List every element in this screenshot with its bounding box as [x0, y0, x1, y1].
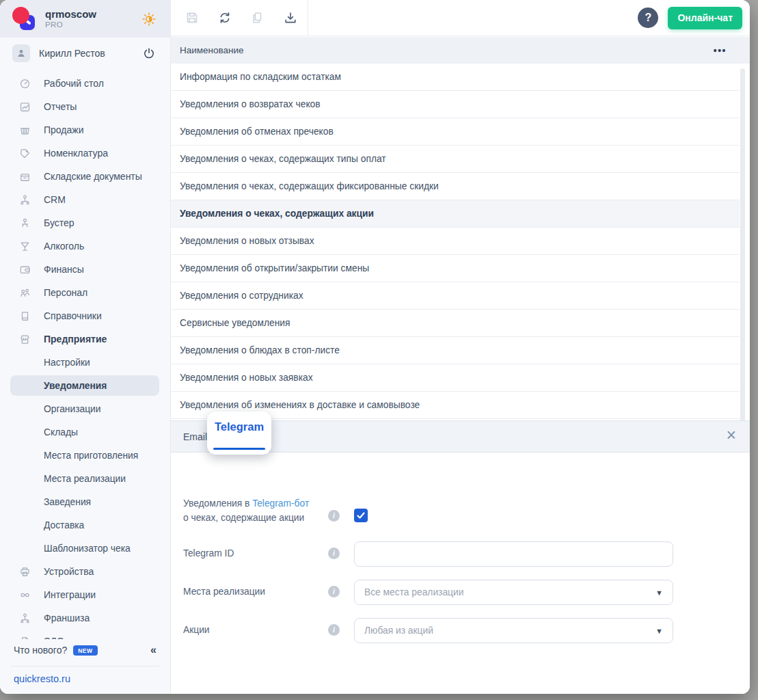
sidebar-item-label: Франшиза [44, 612, 90, 623]
telegram-bot-link[interactable]: Telegram-бот [252, 498, 309, 509]
collapse-sidebar-icon[interactable]: « [150, 644, 157, 656]
info-icon-promos[interactable]: i [328, 624, 340, 636]
sidebar-subitem-склады[interactable]: Склады [0, 420, 170, 444]
sidebar-subitem-label: Организации [44, 404, 100, 414]
notifications-table: Информация по складским остаткамУведомле… [171, 64, 740, 419]
table-row[interactable]: Уведомления о возвратах чеков [171, 91, 740, 118]
toggle-label-line2: о чеках, содержащие акции [183, 513, 304, 523]
row-label: Уведомления об отменах пречеков [180, 126, 334, 137]
sidebar-item-эдо-и-маркировка[interactable]: ЭДО и маркировка [0, 630, 170, 639]
table-row[interactable]: Уведомления о чеках, содержащих типы опл… [171, 146, 740, 173]
download-button[interactable] [279, 6, 302, 29]
logout-power-icon[interactable] [143, 47, 155, 59]
whats-new-row[interactable]: Что нового? NEW « [0, 639, 170, 661]
sidebar-item-устройства[interactable]: Устройства [0, 560, 170, 583]
table-row[interactable]: Сервисные уведомления [171, 310, 740, 337]
sidebar-item-алкоголь[interactable]: Алкоголь [0, 234, 170, 258]
telegram-enabled-checkbox[interactable] [354, 509, 368, 522]
tab-telegram-label: Telegram [207, 420, 271, 433]
places-select-value: Все места реализации [364, 587, 463, 597]
toggle-label-prefix: Уведомления в [183, 498, 252, 509]
promos-label: Акции [183, 625, 210, 635]
sidebar-item-справочники[interactable]: Справочники [0, 304, 170, 327]
sidebar-item-crm[interactable]: CRM [0, 188, 170, 211]
sidebar-item-label: Интеграции [44, 589, 96, 600]
info-icon-telegram-id[interactable]: i [328, 548, 340, 559]
plan-badge: PRO [45, 21, 96, 29]
sidebar-item-рабочий-стол[interactable]: Рабочий стол [0, 72, 170, 95]
sidebar-item-продажи[interactable]: Продажи [0, 118, 170, 142]
row-label: Уведомления о чеках, содержащих фиксиров… [180, 181, 439, 191]
reports-icon [19, 101, 31, 113]
sidebar-nav: Рабочий столОтчетыПродажиНоменклатураСкл… [0, 69, 170, 639]
sidebar-subitem-label: Склады [44, 427, 78, 438]
sidebar-subitem-места-реализации[interactable]: Места реализации [0, 467, 170, 490]
column-menu-dots-icon[interactable]: ••• [714, 45, 727, 56]
sidebar-subitem-места-приготовления[interactable]: Места приготовления [0, 444, 170, 467]
whats-new-label: Что нового? [14, 645, 67, 656]
user-avatar-icon [12, 44, 30, 62]
sidebar-item-интеграции[interactable]: Интеграции [0, 583, 170, 606]
tab-active-underline [213, 448, 265, 450]
table-row[interactable]: Информация по складским остаткам [171, 64, 740, 91]
help-button[interactable]: ? [638, 8, 658, 28]
infinity-icon [19, 589, 31, 601]
sidebar-item-предприятие[interactable]: Предприятие [0, 327, 170, 351]
sidebar-item-label: Устройства [44, 566, 94, 577]
sidebar-item-персонал[interactable]: Персонал [0, 281, 170, 304]
martini-icon [19, 241, 31, 252]
row-label: Уведомления о блюдах в стоп-листе [180, 345, 340, 355]
sidebar-subitem-шаблонизатор-чека[interactable]: Шаблонизатор чека [0, 537, 170, 560]
sidebar-item-номенклатура[interactable]: Номенклатура [0, 142, 170, 165]
copy-button [246, 6, 269, 29]
sidebar-item-финансы[interactable]: Финансы [0, 258, 170, 281]
quickresto-logo [12, 7, 37, 31]
sidebar-subitem-label: Уведомления [44, 381, 107, 391]
tag-icon [19, 148, 31, 159]
table-row[interactable]: Уведомления о новых заявках [171, 364, 740, 392]
copy-icon [251, 11, 265, 25]
refresh-button[interactable] [213, 6, 236, 29]
sidebar-item-франшиза[interactable]: Франшиза [0, 606, 170, 630]
table-row[interactable]: Уведомления о новых отзывах [171, 228, 740, 255]
online-chat-button[interactable]: Онлайн-чат [668, 7, 742, 29]
sidebar-subitem-доставка[interactable]: Доставка [0, 513, 170, 537]
table-row[interactable]: Уведомления об отменах пречеков [171, 118, 740, 146]
refresh-icon [218, 11, 232, 25]
table-row[interactable]: Уведомления о чеках, содержащих фиксиров… [171, 173, 740, 200]
user-row[interactable]: Кирилл Рестов [0, 38, 170, 69]
promos-select[interactable]: Любая из акций ▼ [354, 618, 673, 643]
sidebar-subitem-label: Заведения [44, 497, 91, 507]
row-label: Сервисные уведомления [180, 318, 290, 328]
row-label: Уведомления о возвратах чеков [180, 99, 321, 109]
table-row-selected[interactable]: Уведомления о чеках, содержащих акции [171, 200, 740, 228]
sidebar-item-бустер[interactable]: Бустер [0, 211, 170, 234]
sidebar-item-складские-документы[interactable]: Складские документы [0, 165, 170, 188]
info-icon-places[interactable]: i [328, 586, 340, 597]
sidebar-subitem-организации[interactable]: Организации [0, 397, 170, 420]
table-row[interactable]: Уведомления о сотрудниках [171, 282, 740, 310]
sidebar-footer: Что нового? NEW « quickresto.ru [0, 639, 170, 694]
telegram-id-input[interactable] [354, 541, 673, 567]
table-row[interactable]: Уведомления о блюдах в стоп-листе [171, 337, 740, 364]
tab-telegram[interactable]: Telegram [207, 412, 271, 455]
places-label: Места реализации [183, 587, 265, 597]
sidebar-subitem-заведения[interactable]: Заведения [0, 490, 170, 513]
toolbar-divider [308, 0, 308, 36]
orgchart-icon [19, 612, 31, 624]
theme-toggle-sun-icon[interactable] [141, 12, 157, 27]
sidebar-subitem-уведомления[interactable]: Уведомления [0, 374, 170, 397]
table-row[interactable]: Уведомления об открытии/закрытии смены [171, 255, 740, 282]
sidebar: qrmoscow PRO Кирилл Рестов [0, 0, 171, 694]
row-label: Уведомления об изменениях в доставке и с… [180, 400, 420, 410]
sidebar-item-отчеты[interactable]: Отчеты [0, 95, 170, 118]
tab-email[interactable]: Email [183, 431, 207, 442]
places-select[interactable]: Все места реализации ▼ [354, 580, 673, 605]
toolbar-buttons [171, 6, 302, 29]
toolbar: ? Онлайн-чат [171, 0, 750, 36]
close-panel-icon[interactable]: × [726, 427, 736, 444]
sidebar-item-label: Номенклатура [44, 148, 108, 159]
info-icon-toggle[interactable]: i [328, 510, 340, 522]
quickresto-link[interactable]: quickresto.ru [0, 667, 170, 691]
sidebar-subitem-настройки[interactable]: Настройки [0, 351, 170, 374]
